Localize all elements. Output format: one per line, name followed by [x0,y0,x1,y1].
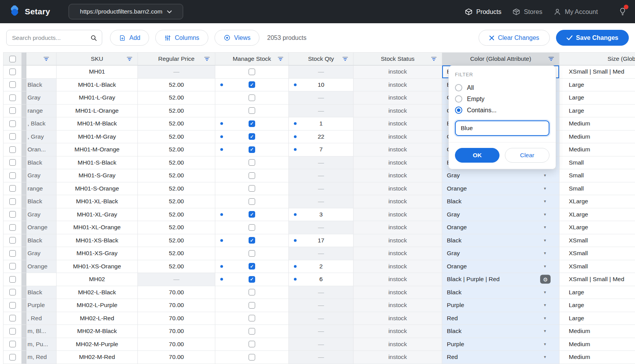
price-cell[interactable]: 70.00 [138,312,215,325]
search-input[interactable] [12,34,90,41]
chevron-down-icon[interactable]: ▼ [543,342,547,346]
select-checkbox[interactable] [9,107,16,114]
price-cell[interactable]: 70.00 [138,286,215,299]
columns-button[interactable]: Columns [155,30,208,46]
size-cell[interactable]: XLarge [559,221,635,234]
filter-value-input[interactable] [455,120,549,136]
color-cell[interactable]: Gray▼ [442,169,559,182]
chevron-down-icon[interactable]: ▼ [543,199,547,203]
color-cell[interactable]: Black▼ [442,234,559,247]
size-cell[interactable]: XSmall | Small | Med [559,273,635,286]
filter-icon[interactable] [204,57,210,61]
manage-stock-checkbox[interactable] [249,289,255,295]
nav-item-stores[interactable]: Stores [512,8,542,16]
select-checkbox[interactable] [9,185,16,192]
sku-cell[interactable]: MH01-L-Orange [57,105,138,118]
price-cell[interactable]: 52.00 [138,130,215,144]
select-checkbox[interactable] [9,198,16,205]
select-checkbox[interactable] [9,354,16,361]
column-header-regular-price[interactable]: Regular Price [138,52,215,65]
sku-cell[interactable]: MH01-XS-Black [57,234,138,247]
size-cell[interactable]: Medium [559,351,635,364]
manage-stock-checkbox[interactable] [249,69,255,75]
select-checkbox[interactable] [9,120,16,127]
stock-qty-cell[interactable]: 1 [289,117,354,130]
price-cell[interactable]: 52.00 [138,208,215,221]
manage-stock-checkbox[interactable] [249,81,255,88]
price-cell[interactable]: 52.00 [138,79,215,92]
size-cell[interactable]: Medium [559,117,635,130]
sku-cell[interactable]: MH01-XS-Orange [57,260,138,273]
manage-stock-checkbox[interactable] [249,237,255,244]
color-cell[interactable]: Black▼ [442,325,559,338]
stock-qty-cell[interactable]: 2 [289,260,354,273]
color-cell[interactable]: Purple▼ [442,338,559,351]
chevron-down-icon[interactable]: ▼ [543,187,547,191]
size-cell[interactable]: Medium [559,338,635,351]
color-cell[interactable]: Black▼ [442,195,559,208]
size-cell[interactable]: Medium [559,130,635,144]
manage-stock-checkbox[interactable] [249,211,255,218]
column-header-stock-qty[interactable]: Stock Qty [289,52,354,65]
stock-qty-cell[interactable]: 10 [289,79,354,92]
column-header-sku[interactable]: SKU [57,52,138,65]
color-cell[interactable]: Purple▼ [442,299,559,312]
select-all-checkbox[interactable] [9,56,16,62]
chevron-down-icon[interactable]: ▼ [543,316,547,320]
price-cell[interactable]: 52.00 [138,169,215,182]
price-cell[interactable]: 52.00 [138,143,215,156]
color-settings-gear-button[interactable]: ⚙ [540,275,551,284]
nav-item-my-account[interactable]: My Account [553,8,598,16]
filter-ok-button[interactable]: OK [455,148,499,163]
select-checkbox[interactable] [9,341,16,347]
size-cell[interactable]: XSmall [559,247,635,260]
select-checkbox[interactable] [9,289,16,295]
size-cell[interactable]: XSmall [559,234,635,247]
price-cell[interactable]: 52.00 [138,182,215,196]
sku-cell[interactable]: MH02-M-Purple [57,338,138,351]
price-cell[interactable]: 52.00 [138,117,215,130]
price-cell[interactable]: 52.00 [138,260,215,273]
size-cell[interactable]: Small [559,169,635,182]
chevron-down-icon[interactable]: ▼ [543,329,547,333]
filter-icon[interactable] [548,57,554,61]
size-cell[interactable]: Large [559,299,635,312]
url-bar[interactable]: https://productfilters.barn2.com [69,4,183,19]
radio-option-all[interactable]: All [455,82,549,93]
color-cell[interactable]: Orange▼ [442,182,559,196]
sku-cell[interactable]: MH02-L-Red [57,312,138,325]
color-cell[interactable]: Orange▼ [442,260,559,273]
radio-icon[interactable] [455,106,462,114]
price-cell[interactable]: 52.00 [138,221,215,234]
clear-changes-button[interactable]: Clear Changes [479,30,550,46]
size-cell[interactable]: Large [559,79,635,92]
sku-cell[interactable]: MH02 [57,273,138,286]
chevron-down-icon[interactable]: ▼ [543,239,547,242]
manage-stock-checkbox[interactable] [249,107,255,114]
stock-qty-cell[interactable]: 6 [289,273,354,286]
manage-stock-checkbox[interactable] [249,120,255,127]
filter-icon[interactable] [431,57,437,61]
manage-stock-checkbox[interactable] [249,185,255,192]
radio-icon[interactable] [455,95,462,103]
chevron-down-icon[interactable]: ▼ [543,264,547,268]
size-cell[interactable]: Large [559,105,635,118]
manage-stock-checkbox[interactable] [249,315,255,321]
stock-qty-cell[interactable]: 7 [289,143,354,156]
color-cell[interactable]: Red▼ [442,351,559,364]
price-cell[interactable]: 70.00 [138,299,215,312]
filter-clear-button[interactable]: Clear [505,148,549,163]
color-cell[interactable]: Orange▼ [442,221,559,234]
manage-stock-checkbox[interactable] [249,224,255,231]
manage-stock-checkbox[interactable] [249,302,255,309]
select-checkbox[interactable] [9,263,16,270]
chevron-down-icon[interactable]: ▼ [543,213,547,216]
price-cell[interactable]: 52.00 [138,247,215,260]
select-checkbox[interactable] [9,302,16,309]
column-header-size[interactable]: Size (Global Attribute) [559,52,635,65]
radio-option-empty[interactable]: Empty [455,93,549,105]
color-cell[interactable]: Gray▼ [442,247,559,260]
nav-item-products[interactable]: Products [465,8,501,16]
manage-stock-checkbox[interactable] [249,146,255,153]
manage-stock-checkbox[interactable] [249,250,255,257]
